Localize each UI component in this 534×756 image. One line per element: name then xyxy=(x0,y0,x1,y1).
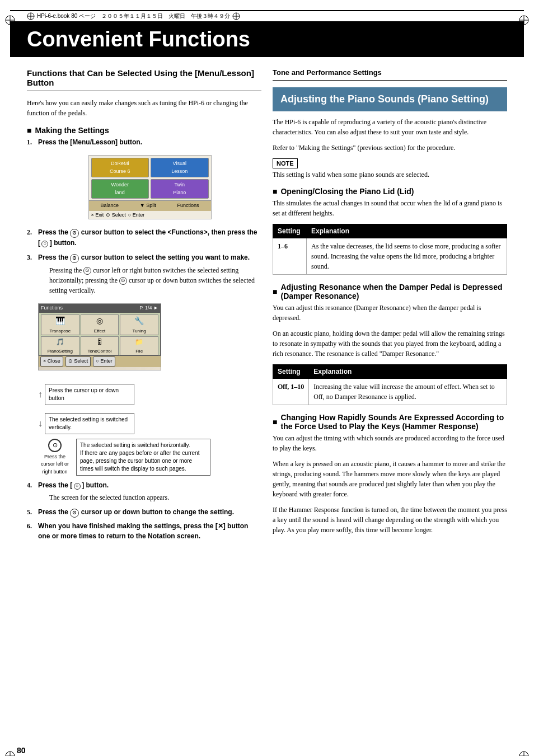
step-2: Press the ⊙ cursor button to select the … xyxy=(27,227,261,248)
damper-table-header-setting: Setting xyxy=(273,365,309,379)
step-1: Press the [Menu/Lesson] button. DoReMiCo… xyxy=(27,137,261,223)
step-3: Press the ⊙ cursor button to select the … xyxy=(27,252,261,476)
tone-performance-heading: Tone and Performance Settings xyxy=(273,68,507,77)
lesson-menu-image: DoReMiCourse 6 VisualLesson Wonderland T… xyxy=(88,155,212,219)
lid-intro: This simulates the actual changes in sou… xyxy=(273,198,507,218)
steps-list: Press the [Menu/Lesson] button. DoReMiCo… xyxy=(27,137,261,541)
damper-intro1: You can adjust this resonance (Damper Re… xyxy=(273,303,507,323)
hammer-intro1: You can adjust the timing with which sou… xyxy=(273,433,507,453)
left-section-heading: Functions that Can be Selected Using the… xyxy=(27,68,261,87)
piano-setting-box: Adjusting the Piano Sounds (Piano Settin… xyxy=(273,87,507,111)
hammer-heading: Changing How Rapidly Sounds Are Expresse… xyxy=(273,413,507,431)
callout-horizontal: The selected setting is switched horizon… xyxy=(76,439,210,476)
note-box: NOTE xyxy=(273,158,298,168)
lid-explanation: As the value decreases, the lid seems to… xyxy=(307,238,507,275)
lid-table-row: 1–6 As the value decreases, the lid seem… xyxy=(273,238,507,275)
step-6: When you have finished making the settin… xyxy=(27,521,261,541)
hammer-intro2: When a key is pressed on an acoustic pia… xyxy=(273,459,507,499)
page-title: Convenient Functions xyxy=(10,22,524,57)
topbar-text: HPi-6-e.book 80 ページ ２００５年１１月１５日 火曜日 午後３時… xyxy=(37,12,230,20)
lid-table-header-setting: Setting xyxy=(273,224,307,238)
making-settings-heading: Making the Settings xyxy=(27,126,261,135)
note-label: NOTE xyxy=(277,160,294,167)
page-number: 80 xyxy=(17,746,26,755)
damper-table: Setting Explanation Off, 1–10 Increasing… xyxy=(273,364,507,405)
top-bar: HPi-6-e.book 80 ページ ２００５年１１月１５日 火曜日 午後３時… xyxy=(10,10,524,22)
lid-setting-value: 1–6 xyxy=(273,238,307,275)
lid-table-header-explanation: Explanation xyxy=(307,224,507,238)
lid-table: Setting Explanation 1–6 As the value dec… xyxy=(273,224,507,275)
damper-setting-value: Off, 1–10 xyxy=(273,379,309,405)
piano-setting-title: Adjusting the Piano Sounds (Piano Settin… xyxy=(280,93,499,106)
callout-vertical: Press the cursor up or down button xyxy=(45,384,134,405)
step-4: Press the [ ○ ] button. The screen for t… xyxy=(27,480,261,503)
piano-setting-refer: Refer to "Making the Settings" (previous… xyxy=(273,143,507,153)
lid-heading: Opening/Closing the Piano Lid (Lid) xyxy=(273,187,507,196)
left-section-intro: Here's how you can easily make changes s… xyxy=(27,98,261,118)
damper-explanation: Increasing the value will increase the a… xyxy=(309,379,507,405)
piano-setting-intro: The HPi-6 is capable of reproducing a va… xyxy=(273,117,507,137)
damper-table-header-explanation: Explanation xyxy=(309,365,507,379)
step-5: Press the ⊙ cursor up or down button to … xyxy=(27,507,261,518)
functions-menu-image: Functions P. 1/4 ► 🎹 Transpose xyxy=(38,303,161,370)
hammer-intro3: If the Hammer Response function is turne… xyxy=(273,505,507,535)
damper-heading: Adjusting Resonance when the Damper Peda… xyxy=(273,283,507,300)
callout-switched-vertically: The selected setting is switched vertica… xyxy=(45,413,134,434)
damper-intro2: On an acoustic piano, holding down the d… xyxy=(273,328,507,359)
left-column: Functions that Can be Selected Using the… xyxy=(27,68,261,544)
right-column: Tone and Performance Settings Adjusting … xyxy=(273,68,507,544)
note-text: This setting is valid when some piano so… xyxy=(273,171,507,179)
damper-table-row: Off, 1–10 Increasing the value will incr… xyxy=(273,379,507,405)
